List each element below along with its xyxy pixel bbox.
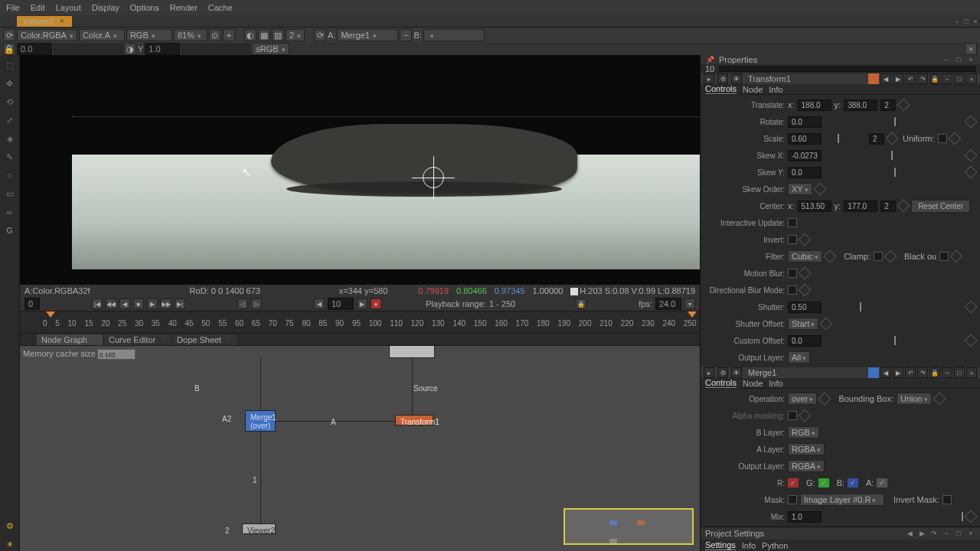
zoom-plus-icon[interactable]: + [223,29,235,41]
input-a-select[interactable]: Merge1 [337,29,398,41]
maximize-icon[interactable]: □ [962,17,971,26]
alpha-checkbox[interactable] [788,411,797,420]
layout-select[interactable]: 2 [286,29,305,41]
translate-x-input[interactable] [798,99,831,111]
output-layer-select[interactable]: All [788,351,810,364]
play-icon[interactable]: ▶ [147,298,158,309]
tab-node[interactable]: Node [743,379,763,388]
rotate-input[interactable] [788,116,822,128]
interactive-checkbox[interactable] [788,218,797,227]
shutter-input[interactable] [788,302,822,313]
tool-icon[interactable]: ◐ [244,29,256,41]
keyframe-icon[interactable] [799,284,812,297]
keyframe-icon[interactable] [799,267,812,280]
blackout-checkbox[interactable] [939,252,949,261]
keyframe-icon[interactable] [813,183,826,196]
translate-y-input[interactable] [844,99,877,111]
gain-input[interactable] [17,43,52,55]
fps-input[interactable] [655,298,681,310]
bbox-select[interactable]: Union [897,393,932,405]
node-read[interactable] [389,346,435,358]
keyframe-icon[interactable] [884,250,897,263]
keyframe-icon[interactable] [948,132,961,145]
lock-icon[interactable]: 🔒 [929,367,940,378]
sun-icon[interactable]: ☀ [3,537,17,551]
close-icon[interactable]: × [966,367,977,378]
skewy-slider[interactable] [826,168,962,177]
maximize-icon[interactable]: □ [954,529,963,538]
g-toggle[interactable]: ✓ [818,478,829,487]
tool-icon[interactable]: ▦ [258,29,270,41]
undo-icon[interactable]: ↶ [905,73,916,84]
keyframe-icon[interactable] [965,334,978,347]
frame-input[interactable] [328,298,354,310]
scale-input[interactable] [788,133,822,145]
scale-z-input[interactable] [869,133,884,145]
redo-icon[interactable]: ↷ [917,367,928,378]
clear-a-icon[interactable]: − [400,29,412,41]
transform-handle[interactable] [416,161,450,194]
uniform-checkbox[interactable] [938,134,947,143]
select-tool-icon[interactable]: ⬚ [3,58,17,72]
center-x-input[interactable] [798,201,831,212]
invert-checkbox[interactable] [788,235,797,244]
prev-icon[interactable]: ◀ [905,529,914,538]
keyframe-icon[interactable] [933,393,946,406]
close-icon[interactable]: × [965,43,977,55]
keyframe-icon[interactable] [965,301,978,314]
keyframe-icon[interactable] [897,200,910,213]
mix-slider[interactable] [826,512,962,521]
lock-icon[interactable]: 🔒 [576,298,586,309]
rect-tool-icon[interactable]: ▭ [3,187,17,201]
keyframe-icon[interactable] [965,510,978,523]
expand-icon[interactable]: ▸ [704,367,714,378]
mix-input[interactable] [788,511,822,523]
gamma-slider[interactable] [181,44,250,54]
minimap[interactable] [564,508,694,545]
invert-mask-checkbox[interactable] [942,495,952,504]
gain-slider[interactable] [54,44,122,54]
menu-edit[interactable]: Edit [31,3,45,12]
last-frame-icon[interactable]: ▶| [175,298,185,309]
view-icon[interactable]: 👁 [731,367,742,378]
tab-node[interactable]: Node [743,85,763,94]
node-transform[interactable]: Transform1 [395,415,433,425]
close-icon[interactable]: × [58,18,66,25]
stop-icon[interactable]: ■ [133,298,144,309]
close-icon[interactable]: × [158,336,166,344]
center-y-input[interactable] [844,201,877,212]
tab-python[interactable]: Python [762,541,788,550]
lock-icon[interactable]: 🔒 [3,43,15,55]
tab-info[interactable]: Info [769,379,782,388]
scale-slider[interactable] [826,134,864,143]
view-icon[interactable]: 👁 [731,73,742,84]
skewy-input[interactable] [788,167,822,178]
alayer-select[interactable]: RGBA [788,443,825,455]
menu-file[interactable]: File [6,3,20,12]
undo-icon[interactable]: ↶ [905,367,916,378]
rotate-slider[interactable] [826,117,962,126]
gear-icon[interactable]: ⚙ [717,367,728,378]
mask-checkbox[interactable] [788,495,797,504]
next-key-icon[interactable]: ▶▶ [161,298,172,309]
prev-inc-icon[interactable]: ◀ [314,298,325,309]
keyframe-icon[interactable] [965,116,978,129]
blayer-select[interactable]: RGB [788,426,819,439]
maximize-icon[interactable]: □ [954,367,965,378]
close-icon[interactable]: × [224,336,232,344]
tab-info[interactable]: Info [769,85,782,94]
keyframe-icon[interactable] [820,318,833,331]
keyframe-icon[interactable] [799,409,812,422]
sync-icon[interactable]: ⟳ [3,29,15,41]
next-inc-icon[interactable]: ▶ [357,298,368,309]
prev-key-icon[interactable]: ◀◀ [106,298,116,309]
close-icon[interactable]: × [966,55,975,64]
node-graph[interactable]: Memory cache size8 MB Source A2 Merge1 (… [20,346,700,551]
keyframe-icon[interactable] [897,99,910,112]
fps-menu-icon[interactable]: ▾ [684,298,695,309]
operation-select[interactable]: over [788,393,817,405]
minimize-icon[interactable]: − [942,367,952,378]
text-tool-icon[interactable]: G [3,223,17,237]
close-icon[interactable]: × [90,336,98,344]
expand-icon[interactable]: ▸ [704,73,714,84]
